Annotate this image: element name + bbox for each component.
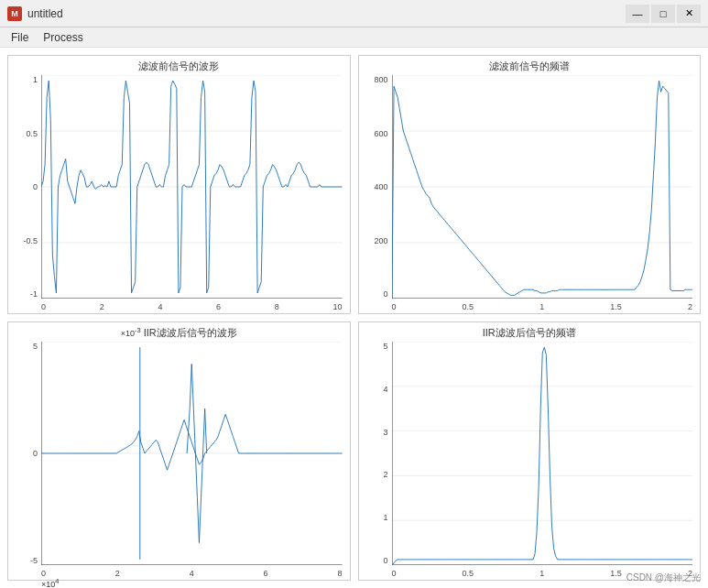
app-icon: M	[7, 6, 22, 21]
x-axis-note-post-waveform: ×104	[41, 577, 59, 588]
y-axis-pre-waveform: 10.50-0.5-1	[10, 75, 38, 299]
menu-process[interactable]: Process	[36, 29, 90, 46]
maximize-button[interactable]: □	[651, 5, 675, 23]
plot-top-right: 滤波前信号的频谱 8006004002000 00.511.52	[358, 55, 702, 314]
main-content: 滤波前信号的波形 10.50-0.5-1 0246810	[0, 48, 708, 588]
plot-top-left: 滤波前信号的波形 10.50-0.5-1 0246810	[7, 55, 351, 314]
plot-top-left-area: 10.50-0.5-1 0246810	[41, 75, 343, 299]
minimize-button[interactable]: —	[626, 5, 649, 23]
x-axis-pre-waveform: 0246810	[41, 302, 343, 311]
chart-pre-waveform	[41, 75, 343, 299]
x-axis-post-waveform: 02468	[41, 569, 343, 578]
watermark: CSDN @海神之光	[626, 572, 701, 584]
plot-bottom-right-area: 543210 00.511.52	[392, 342, 693, 565]
plot-bottom-left: ×10-3 IIR滤波后信号的波形 50-5 02468	[7, 321, 351, 581]
x-axis-pre-spectrum: 00.511.52	[392, 302, 693, 311]
y-axis-post-waveform: 50-5	[10, 342, 38, 565]
y-axis-pre-spectrum: 8006004002000	[361, 75, 388, 299]
plot-top-left-title: 滤波前信号的波形	[8, 56, 350, 75]
close-button[interactable]: ✕	[677, 5, 701, 23]
window-title: untitled	[27, 7, 626, 20]
plot-bottom-left-area: 50-5 02468 ×104	[41, 342, 343, 565]
plot-top-right-area: 8006004002000 00.511.52	[392, 75, 693, 299]
menu-bar: File Process	[0, 27, 708, 48]
menu-file[interactable]: File	[4, 29, 36, 46]
chart-post-waveform	[41, 342, 343, 565]
title-bar: M untitled — □ ✕	[0, 0, 708, 27]
y-axis-post-spectrum: 543210	[361, 342, 388, 565]
plot-bottom-right: IIR滤波后信号的频谱 543210 00.511.52	[358, 321, 702, 581]
plot-bottom-left-title: ×10-3 IIR滤波后信号的波形	[8, 322, 350, 342]
chart-post-spectrum	[392, 342, 693, 565]
chart-pre-spectrum	[392, 75, 693, 299]
plot-top-right-title: 滤波前信号的频谱	[359, 56, 701, 75]
plot-bottom-right-title: IIR滤波后信号的频谱	[359, 322, 701, 342]
window-controls: — □ ✕	[626, 5, 701, 23]
